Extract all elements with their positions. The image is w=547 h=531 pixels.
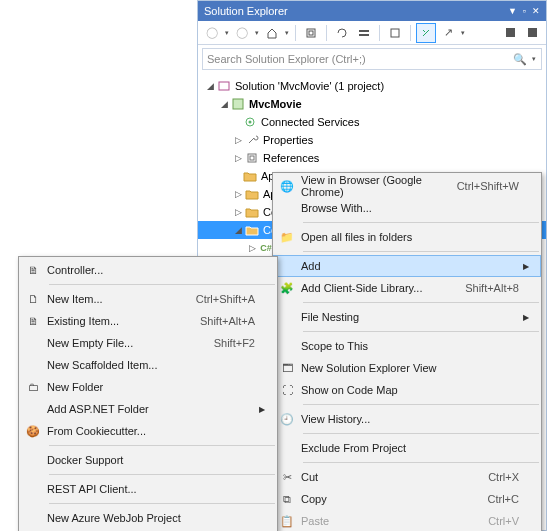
menu-code-map[interactable]: ⛶Show on Code Map bbox=[273, 379, 541, 401]
node-label: Properties bbox=[263, 134, 313, 146]
project-node[interactable]: ◢ MvcMovie bbox=[198, 95, 546, 113]
existing-item-icon: 🗎 bbox=[19, 310, 47, 332]
search-placeholder: Search Solution Explorer (Ctrl+;) bbox=[207, 53, 366, 65]
node-label: MvcMovie bbox=[249, 98, 302, 110]
svg-rect-0 bbox=[307, 29, 315, 37]
expander-icon[interactable]: ◢ bbox=[218, 99, 230, 109]
svg-rect-5 bbox=[506, 28, 515, 37]
menu-docker[interactable]: Docker Support bbox=[19, 449, 277, 471]
menu-cut[interactable]: ✂CutCtrl+X bbox=[273, 466, 541, 488]
preview-button[interactable]: ↗ bbox=[438, 23, 458, 43]
menu-file-nesting[interactable]: File Nesting▶ bbox=[273, 306, 541, 328]
menu-rest-api[interactable]: REST API Client... bbox=[19, 478, 277, 500]
menu-azure-new[interactable]: New Azure WebJob Project bbox=[19, 507, 277, 529]
svg-rect-8 bbox=[233, 99, 243, 109]
controller-icon: 🗎 bbox=[19, 259, 47, 281]
svg-rect-2 bbox=[359, 30, 369, 32]
node-label: References bbox=[263, 152, 319, 164]
context-menu: 🌐View in Browser (Google Chrome)Ctrl+Shi… bbox=[272, 172, 542, 531]
properties-node[interactable]: ▷ Properties bbox=[198, 131, 546, 149]
globe-icon: 🌐 bbox=[273, 175, 301, 197]
menu-new-sev[interactable]: 🗔New Solution Explorer View bbox=[273, 357, 541, 379]
panel-title-text: Solution Explorer bbox=[204, 1, 288, 21]
menu-open-all[interactable]: 📁Open all files in folders bbox=[273, 226, 541, 248]
menu-cookiecutter[interactable]: 🍪From Cookiecutter... bbox=[19, 420, 277, 442]
menu-separator bbox=[49, 474, 275, 475]
menu-add-client[interactable]: 🧩Add Client-Side Library...Shift+Alt+8 bbox=[273, 277, 541, 299]
folder-icon bbox=[244, 222, 260, 238]
search-icon: 🔍 bbox=[513, 53, 527, 66]
sync-button[interactable] bbox=[301, 23, 321, 43]
view2-button[interactable] bbox=[522, 23, 542, 43]
expander-icon[interactable]: ▷ bbox=[232, 207, 244, 217]
references-icon bbox=[244, 150, 260, 166]
solution-node[interactable]: ◢ Solution 'MvcMovie' (1 project) bbox=[198, 77, 546, 95]
dropdown-icon[interactable]: ▼ bbox=[508, 1, 517, 21]
menu-scope[interactable]: Scope to This bbox=[273, 335, 541, 357]
expander-icon[interactable]: ▷ bbox=[232, 135, 244, 145]
project-icon bbox=[230, 96, 246, 112]
pin-icon[interactable]: ▫ bbox=[523, 1, 526, 21]
search-box[interactable]: Search Solution Explorer (Ctrl+;) 🔍▾ bbox=[202, 48, 542, 70]
menu-controller[interactable]: 🗎Controller... bbox=[19, 259, 277, 281]
folder-icon bbox=[244, 186, 260, 202]
menu-separator bbox=[303, 222, 539, 223]
menu-new-folder[interactable]: 🗀New Folder bbox=[19, 376, 277, 398]
expander-icon[interactable]: ▷ bbox=[232, 153, 244, 163]
expander-icon[interactable]: ▷ bbox=[232, 189, 244, 199]
svg-point-10 bbox=[249, 121, 252, 124]
menu-separator bbox=[303, 462, 539, 463]
expander-icon[interactable]: ◢ bbox=[232, 225, 244, 235]
toolbar: ◯▾ ◯▾ ▾ ↗▾ bbox=[198, 21, 546, 45]
expander-icon[interactable]: ▷ bbox=[246, 243, 258, 253]
close-icon[interactable]: ✕ bbox=[532, 1, 540, 21]
chevron-right-icon: ▶ bbox=[523, 262, 533, 271]
chevron-right-icon: ▶ bbox=[523, 313, 533, 322]
menu-separator bbox=[303, 251, 539, 252]
home-button[interactable] bbox=[262, 23, 282, 43]
menu-aspnet-folder[interactable]: Add ASP.NET Folder▶ bbox=[19, 398, 277, 420]
back-button[interactable]: ◯ bbox=[202, 23, 222, 43]
wrench-icon bbox=[244, 132, 260, 148]
add-submenu: 🗎Controller... 🗋New Item...Ctrl+Shift+A … bbox=[18, 256, 278, 531]
refresh-button[interactable] bbox=[332, 23, 352, 43]
menu-copy[interactable]: ⧉CopyCtrl+C bbox=[273, 488, 541, 510]
node-label: Solution 'MvcMovie' (1 project) bbox=[235, 80, 384, 92]
menu-exclude[interactable]: Exclude From Project bbox=[273, 437, 541, 459]
svg-rect-3 bbox=[359, 34, 369, 36]
menu-browse-with[interactable]: Browse With... bbox=[273, 197, 541, 219]
forward-button[interactable]: ◯ bbox=[232, 23, 252, 43]
cookie-icon: 🍪 bbox=[19, 420, 47, 442]
menu-separator bbox=[49, 284, 275, 285]
references-node[interactable]: ▷ References bbox=[198, 149, 546, 167]
menu-view-history[interactable]: 🕘View History... bbox=[273, 408, 541, 430]
connected-node[interactable]: Connected Services bbox=[198, 113, 546, 131]
menu-existing-item[interactable]: 🗎Existing Item...Shift+Alt+A bbox=[19, 310, 277, 332]
menu-separator bbox=[49, 445, 275, 446]
svg-rect-7 bbox=[219, 82, 229, 90]
folder-icon bbox=[244, 204, 260, 220]
new-folder-icon: 🗀 bbox=[19, 376, 47, 398]
folder-icon: 📁 bbox=[273, 226, 301, 248]
menu-view-browser[interactable]: 🌐View in Browser (Google Chrome)Ctrl+Shi… bbox=[273, 175, 541, 197]
svg-rect-11 bbox=[248, 154, 256, 162]
view1-button[interactable] bbox=[500, 23, 520, 43]
menu-separator bbox=[303, 331, 539, 332]
menu-paste: 📋PasteCtrl+V bbox=[273, 510, 541, 531]
menu-add[interactable]: Add▶ bbox=[273, 255, 541, 277]
menu-separator bbox=[303, 404, 539, 405]
svg-rect-4 bbox=[391, 29, 399, 37]
expander-icon[interactable]: ◢ bbox=[204, 81, 216, 91]
new-item-icon: 🗋 bbox=[19, 288, 47, 310]
chevron-right-icon: ▶ bbox=[259, 405, 269, 414]
folder-icon bbox=[242, 168, 258, 184]
properties-button[interactable] bbox=[416, 23, 436, 43]
collapse-button[interactable] bbox=[354, 23, 374, 43]
svg-rect-6 bbox=[528, 28, 537, 37]
menu-new-empty[interactable]: New Empty File...Shift+F2 bbox=[19, 332, 277, 354]
menu-separator bbox=[49, 503, 275, 504]
menu-scaffold[interactable]: New Scaffolded Item... bbox=[19, 354, 277, 376]
showall-button[interactable] bbox=[385, 23, 405, 43]
menu-separator bbox=[303, 433, 539, 434]
menu-new-item[interactable]: 🗋New Item...Ctrl+Shift+A bbox=[19, 288, 277, 310]
